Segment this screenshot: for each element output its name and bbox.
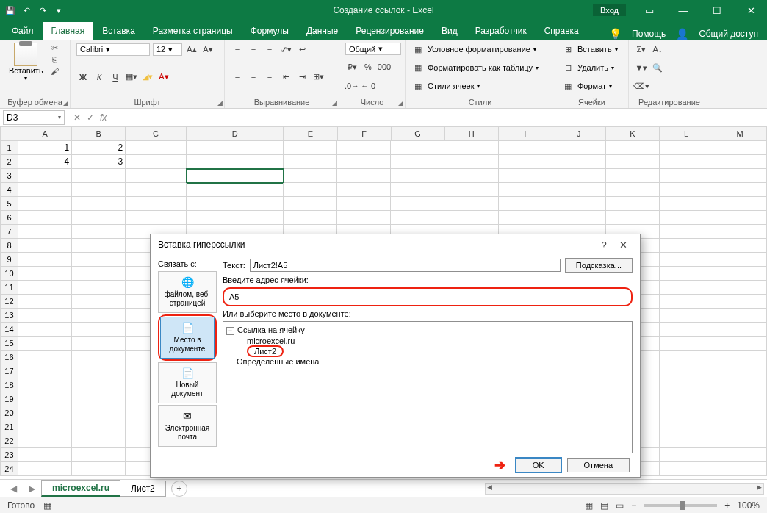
comma-icon[interactable]: 000 [378, 60, 391, 73]
cell[interactable] [284, 169, 337, 183]
decrease-decimal-icon[interactable]: ←.0 [361, 79, 375, 93]
minimize-icon[interactable]: — [667, 0, 699, 21]
cell[interactable] [18, 309, 72, 323]
align-top-icon[interactable]: ≡ [231, 43, 244, 56]
format-painter-icon[interactable]: 🖌 [49, 66, 61, 76]
cell[interactable] [187, 183, 284, 197]
cell[interactable] [660, 337, 713, 351]
align-left-icon[interactable]: ≡ [231, 71, 244, 84]
zoom-out-icon[interactable]: − [631, 500, 636, 511]
share-label[interactable]: Общий доступ [699, 29, 758, 39]
col-header[interactable]: F [338, 126, 392, 141]
cell[interactable] [660, 211, 713, 225]
cell[interactable] [187, 169, 284, 183]
cell[interactable] [713, 351, 767, 364]
sheet-nav-prev-icon[interactable]: ◀ [4, 484, 23, 494]
cell[interactable] [713, 183, 767, 197]
cell[interactable] [337, 155, 391, 169]
tab-developer[interactable]: Разработчик [467, 22, 536, 40]
row-header[interactable]: 8 [0, 239, 18, 253]
row-header[interactable]: 20 [0, 406, 18, 420]
autosum-icon[interactable]: Σ▾ [635, 43, 648, 56]
number-launcher-icon[interactable]: ◢ [398, 99, 403, 107]
link-to-file-web[interactable]: 🌐 файлом, веб-страницей [158, 271, 217, 313]
cell[interactable] [337, 211, 391, 225]
tab-formulas[interactable]: Формулы [242, 22, 298, 40]
cell[interactable] [126, 141, 187, 155]
font-color-icon[interactable]: A▾ [157, 71, 170, 84]
cell[interactable] [552, 211, 606, 225]
cell[interactable] [284, 155, 337, 169]
cell[interactable] [660, 392, 713, 406]
cell[interactable] [499, 141, 552, 155]
tab-insert[interactable]: Вставка [93, 22, 144, 40]
cell[interactable] [660, 253, 713, 267]
col-header[interactable]: H [445, 126, 499, 141]
row-header[interactable]: 17 [0, 364, 18, 378]
increase-font-icon[interactable]: A▴ [185, 43, 198, 56]
tab-file[interactable]: Файл [3, 22, 43, 40]
cell[interactable] [713, 239, 767, 253]
font-size-combo[interactable]: 12▾ [153, 43, 182, 56]
cell[interactable] [713, 155, 767, 169]
qat-more-icon[interactable]: ▾ [53, 4, 65, 16]
view-normal-icon[interactable]: ▦ [585, 500, 593, 511]
link-to-new-doc[interactable]: 📄 Новый документ [158, 362, 217, 404]
fill-color-icon[interactable]: ◢▾ [141, 71, 154, 84]
sheet-tab-2[interactable]: Лист2 [120, 481, 166, 497]
row-header[interactable]: 14 [0, 323, 18, 337]
cell[interactable] [713, 323, 767, 337]
clear-icon[interactable]: ⌫▾ [635, 79, 648, 93]
new-sheet-button[interactable]: + [171, 481, 187, 497]
increase-indent-icon[interactable]: ⇥ [295, 71, 309, 84]
cell[interactable] [18, 337, 72, 351]
cell[interactable] [499, 169, 552, 183]
row-header[interactable]: 9 [0, 253, 18, 267]
copy-icon[interactable]: ⎘ [49, 54, 61, 65]
cell[interactable] [552, 183, 606, 197]
row-header[interactable]: 2 [0, 155, 18, 169]
align-center-icon[interactable]: ≡ [247, 71, 260, 84]
screentip-button[interactable]: Подсказка... [565, 258, 633, 273]
cut-icon[interactable]: ✂ [49, 43, 61, 53]
cell[interactable] [552, 169, 606, 183]
cell[interactable] [18, 323, 72, 337]
row-header[interactable]: 23 [0, 448, 18, 462]
tab-view[interactable]: Вид [433, 22, 467, 40]
cell[interactable] [499, 211, 552, 225]
cell[interactable] [72, 434, 126, 448]
sign-in-button[interactable]: Вход [593, 4, 626, 16]
enter-formula-icon[interactable]: ✓ [87, 112, 94, 123]
cell[interactable] [337, 141, 391, 155]
row-header[interactable]: 5 [0, 197, 18, 211]
cell[interactable] [606, 169, 660, 183]
col-header[interactable]: C [126, 126, 187, 141]
cell-styles-button[interactable]: Стили ячеек [428, 82, 474, 90]
cell[interactable] [499, 183, 552, 197]
cell[interactable] [713, 211, 767, 225]
cancel-formula-icon[interactable]: ✕ [73, 112, 81, 123]
cell[interactable] [284, 211, 337, 225]
tree-root[interactable]: Ссылка на ячейку [237, 326, 305, 334]
macro-record-icon[interactable]: ▦ [43, 500, 51, 511]
cell[interactable] [72, 351, 126, 364]
undo-icon[interactable]: ↶ [21, 4, 32, 16]
cell[interactable] [72, 239, 126, 253]
cell[interactable] [660, 406, 713, 420]
cell[interactable] [713, 225, 767, 239]
cell[interactable] [72, 406, 126, 420]
tree-sheet-2[interactable]: Лист2 [247, 345, 284, 357]
cell[interactable] [713, 295, 767, 309]
horizontal-scrollbar[interactable] [485, 483, 764, 495]
cancel-button[interactable]: Отмена [567, 458, 630, 472]
decrease-font-icon[interactable]: A▾ [201, 43, 215, 56]
row-header[interactable]: 4 [0, 183, 18, 197]
cell[interactable] [72, 462, 126, 476]
cell[interactable] [391, 141, 444, 155]
bold-button[interactable]: Ж [76, 71, 90, 84]
insert-cells-button[interactable]: Вставить [577, 45, 612, 54]
cell[interactable] [18, 281, 72, 295]
format-cells-button[interactable]: Формат [577, 82, 606, 90]
cell[interactable] [72, 378, 126, 392]
cell[interactable] [187, 211, 284, 225]
